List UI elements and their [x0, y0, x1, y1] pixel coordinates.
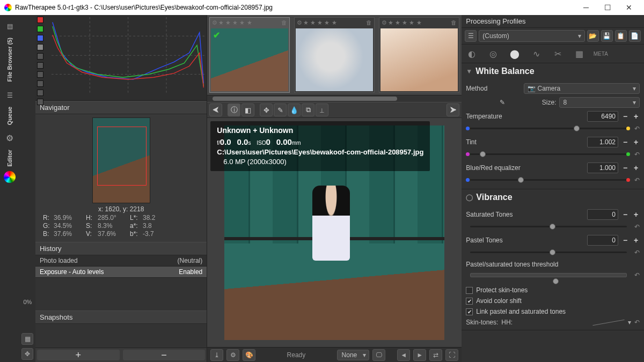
fullscreen-icon[interactable]: ⛶ — [445, 349, 458, 361]
info-icon[interactable]: ⓘ — [228, 104, 240, 116]
raw-tab-icon[interactable]: ▦ — [573, 48, 585, 60]
undo-icon[interactable]: ↶ — [634, 271, 640, 279]
transform-tab-icon[interactable]: ✂ — [552, 48, 564, 60]
tint-plus[interactable]: + — [632, 138, 640, 146]
before-after-icon[interactable]: ◧ — [241, 104, 254, 116]
queue-add-icon[interactable]: ⚙ — [226, 349, 239, 361]
file-browser-tab[interactable]: File Browser (5) — [6, 38, 13, 82]
external-editor-icon[interactable]: 🎨 — [243, 349, 255, 361]
br-minus[interactable]: − — [621, 164, 629, 172]
filmstrip-thumb[interactable]: ⚙★ ★ ★ ★ ★🗑 — [294, 17, 375, 93]
pas-minus[interactable]: − — [621, 236, 629, 245]
queue-icon[interactable]: ☰ — [2, 87, 18, 104]
rating-stars[interactable]: ★ ★ ★ ★ ★ — [218, 19, 252, 26]
snapshot-remove-button[interactable]: − — [123, 350, 206, 360]
profile-save-icon[interactable]: 💾 — [601, 30, 613, 42]
tint-value[interactable]: 1.002 — [587, 137, 618, 147]
editor-tab[interactable]: Editor — [6, 150, 13, 167]
exposure-tab-icon[interactable]: ◐ — [466, 48, 478, 60]
gear-icon[interactable]: ⚙ — [297, 19, 302, 26]
image-viewer[interactable]: Unknown + Unknown f/0.0 0.0s ISO0 0.00mm… — [207, 118, 462, 347]
undo-icon[interactable]: ↶ — [634, 249, 640, 256]
straighten-icon[interactable]: ⟂ — [316, 104, 328, 116]
snapshot-add-button[interactable]: + — [37, 350, 120, 360]
file-browser-icon[interactable]: ▤ — [2, 18, 18, 34]
hand-tool-icon[interactable]: ✥ — [260, 104, 273, 116]
save-icon[interactable]: ⤓ — [210, 349, 223, 361]
profile-load-icon[interactable]: 📂 — [587, 30, 599, 42]
sat-minus[interactable]: − — [621, 210, 629, 219]
trash-icon[interactable]: 🗑 — [281, 19, 287, 26]
close-button[interactable]: ✕ — [618, 0, 640, 15]
histogram-channel-toggles[interactable] — [36, 16, 50, 107]
enable-toggle-icon[interactable]: ◯ — [466, 194, 473, 201]
thumbnail-grid-icon[interactable]: ▦ — [21, 333, 33, 345]
history-row[interactable]: Photo loaded(Neutral) — [35, 255, 207, 267]
minimize-button[interactable]: ─ — [575, 0, 597, 15]
method-value[interactable]: 📷 Camera▾ — [524, 83, 640, 94]
undo-icon[interactable]: ↶ — [634, 176, 640, 184]
meta-tab-icon[interactable]: META — [595, 48, 606, 60]
avoid-color-shift-checkbox[interactable]: ✔Avoid color shift — [466, 295, 640, 306]
tint-slider[interactable]: ↶ — [466, 150, 640, 158]
trash-icon[interactable]: 🗑 — [366, 19, 372, 26]
rating-stars[interactable]: ★ ★ ★ ★ ★ — [388, 19, 421, 26]
profile-copy-icon[interactable]: 📋 — [615, 30, 627, 42]
br-plus[interactable]: + — [632, 164, 640, 172]
saturated-value[interactable]: 0 — [587, 209, 618, 220]
sat-plus[interactable]: + — [632, 210, 640, 219]
pin-right-icon[interactable]: ⮞ — [447, 104, 459, 116]
size-select[interactable]: 8▾ — [559, 97, 640, 108]
link-tones-checkbox[interactable]: ✔Link pastel and saturated tones — [466, 306, 640, 317]
filmstrip-scrollbar[interactable] — [207, 95, 462, 102]
temperature-value[interactable]: 6490 — [587, 111, 618, 122]
history-row[interactable]: Exposure - Auto levelsEnabled — [35, 267, 207, 278]
temp-plus[interactable]: + — [632, 112, 640, 121]
nav-next-icon[interactable]: ► — [413, 349, 426, 361]
pas-plus[interactable]: + — [632, 236, 640, 245]
monitor-icon[interactable]: 🖵 — [372, 349, 385, 361]
filmstrip-thumb[interactable]: ⚙★ ★ ★ ★ ★🗑 — [209, 17, 290, 93]
profile-select[interactable]: None — [337, 350, 370, 360]
wavelet-tab-icon[interactable]: ∿ — [530, 48, 542, 60]
gear-icon[interactable]: ⚙ — [212, 19, 217, 26]
pin-left-icon[interactable]: ⮜ — [209, 104, 222, 116]
undo-icon[interactable]: ↶ — [634, 223, 640, 231]
undo-icon[interactable]: ↶ — [634, 151, 640, 158]
undo-icon[interactable]: ↶ — [634, 319, 640, 326]
wb-picker-icon[interactable]: 💧 — [288, 104, 301, 116]
navigator-thumbnail[interactable] — [92, 117, 150, 203]
bluered-slider[interactable]: ↶ — [466, 176, 640, 183]
crop-icon[interactable]: ⧉ — [302, 104, 314, 116]
pastel-slider[interactable]: ↶ — [466, 248, 640, 256]
bluered-value[interactable]: 1.000 — [587, 162, 618, 173]
detail-tab-icon[interactable]: ◎ — [487, 48, 499, 60]
filmstrip-thumb[interactable]: ⚙★ ★ ★ ★ ★🗑 — [379, 17, 459, 93]
nav-prev-icon[interactable]: ◄ — [397, 349, 410, 361]
maximize-button[interactable]: ☐ — [597, 0, 618, 15]
picker-icon[interactable]: ✎ — [274, 104, 287, 116]
settings-icon[interactable]: ⚙ — [2, 130, 18, 146]
protect-skin-checkbox[interactable]: Protect skin-tones — [466, 285, 640, 295]
wb-picker-button[interactable]: ✎ — [466, 99, 539, 106]
temp-minus[interactable]: − — [621, 112, 629, 121]
tint-minus[interactable]: − — [621, 138, 629, 146]
profile-mode-icon[interactable]: ☰ — [465, 30, 477, 42]
chevron-down-icon[interactable]: ▾ — [628, 319, 631, 326]
color-tab-icon[interactable]: ⬤ — [509, 48, 521, 60]
gear-icon[interactable]: ⚙ — [382, 19, 387, 26]
queue-tab[interactable]: Queue — [6, 107, 13, 125]
rating-stars[interactable]: ★ ★ ★ ★ ★ — [303, 19, 336, 26]
color-wheel-icon[interactable] — [4, 171, 16, 183]
curve-preview-icon[interactable] — [592, 319, 624, 325]
move-icon[interactable]: ✥ — [21, 348, 33, 360]
sync-icon[interactable]: ⇄ — [429, 349, 442, 361]
section-toggle-icon[interactable]: ▼ — [466, 68, 472, 75]
saturated-slider[interactable]: ↶ — [466, 223, 640, 230]
profile-select[interactable]: (Custom)▾ — [479, 30, 585, 42]
pastel-value[interactable]: 0 — [587, 235, 618, 246]
temperature-slider[interactable]: ↶ — [466, 124, 640, 132]
undo-icon[interactable]: ↶ — [634, 125, 640, 132]
threshold-slider[interactable]: ↶ — [466, 271, 640, 282]
trash-icon[interactable]: 🗑 — [451, 19, 457, 26]
